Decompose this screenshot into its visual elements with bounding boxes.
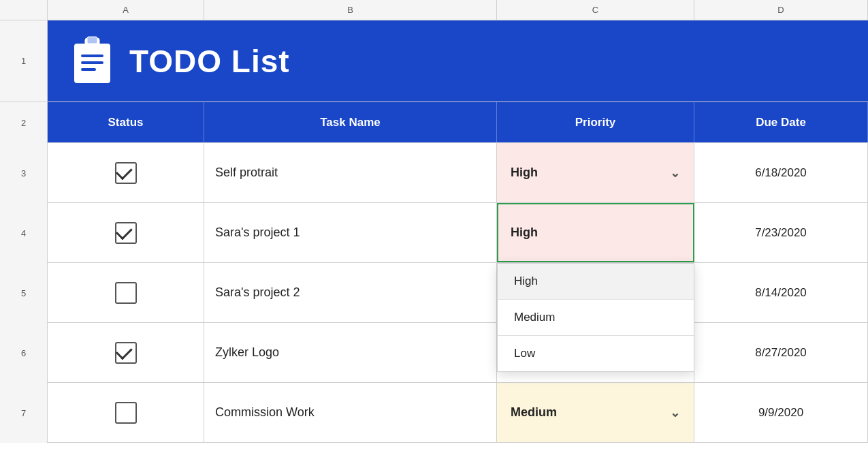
- table-row: 7 Commission Work Medium ⌄ 9/9/2020: [0, 383, 868, 443]
- priority-value-4: High: [511, 225, 538, 240]
- chevron-down-icon: ⌄: [670, 166, 680, 181]
- row-6-inner: Zylker Logo 8/27/2020: [48, 323, 868, 382]
- priority-value-3: High: [511, 166, 538, 180]
- row-num-5: 5: [0, 263, 48, 323]
- row-7-inner: Commission Work Medium ⌄ 9/9/2020: [48, 383, 868, 442]
- task-cell-6: Zylker Logo: [204, 323, 497, 382]
- dropdown-option-high[interactable]: High: [498, 264, 694, 300]
- banner-cell: TODO List: [48, 20, 868, 102]
- row-3-inner: Self protrait High ⌄ 6/18/2020: [48, 143, 868, 202]
- svg-rect-5: [81, 68, 96, 71]
- header-due-date: Due Date: [694, 102, 868, 142]
- dropdown-option-low[interactable]: Low: [498, 336, 694, 371]
- row-num-7: 7: [0, 383, 48, 443]
- row-num-6: 6: [0, 323, 48, 383]
- checkbox-3[interactable]: [115, 162, 137, 184]
- status-cell-7: [48, 383, 204, 442]
- duedate-cell-5: 8/14/2020: [694, 263, 868, 322]
- checkbox-4[interactable]: [115, 222, 137, 244]
- table-row: 4 Sara's project 1 High High Medium Low: [0, 203, 868, 263]
- header-status: Status: [48, 102, 204, 142]
- table-row: 6 Zylker Logo 8/27/2020: [0, 323, 868, 383]
- row-num-2: 2: [0, 102, 48, 143]
- clipboard-icon: [68, 34, 116, 89]
- row-num-3: 3: [0, 143, 48, 203]
- row-num-4: 4: [0, 203, 48, 263]
- col-header-d: D: [694, 0, 868, 20]
- priority-dropdown-3[interactable]: High ⌄: [497, 143, 694, 202]
- row-4-inner: Sara's project 1 High High Medium Low 7/…: [48, 203, 868, 262]
- priority-dropdown-popup: High Medium Low: [497, 263, 694, 372]
- task-cell-5: Sara's project 2: [204, 263, 497, 322]
- status-cell-6: [48, 323, 204, 382]
- col-header-c: C: [497, 0, 694, 20]
- header-row: 2 Status Task Name Priority Due Date: [0, 102, 868, 143]
- row-5-inner: Sara's project 2 8/14/2020: [48, 263, 868, 322]
- duedate-cell-3: 6/18/2020: [694, 143, 868, 202]
- priority-cell-3[interactable]: High ⌄: [497, 143, 694, 202]
- col-header-a: A: [48, 0, 204, 20]
- priority-dropdown-7[interactable]: Medium ⌄: [497, 383, 694, 442]
- priority-value-7: Medium: [511, 405, 557, 420]
- header-priority: Priority: [497, 102, 694, 142]
- corner-cell: [0, 0, 48, 20]
- banner-title: TODO List: [129, 43, 290, 80]
- task-cell-7: Commission Work: [204, 383, 497, 442]
- column-headers-row: A B C D: [0, 0, 868, 20]
- priority-dropdown-4[interactable]: High: [497, 203, 694, 262]
- checkbox-6[interactable]: [115, 342, 137, 364]
- table-row: 5 Sara's project 2 8/14/2020: [0, 263, 868, 323]
- checkbox-5[interactable]: [115, 282, 137, 304]
- svg-rect-3: [81, 54, 103, 57]
- svg-rect-2: [87, 37, 97, 44]
- task-cell-3: Self protrait: [204, 143, 497, 202]
- duedate-cell-6: 8/27/2020: [694, 323, 868, 382]
- dropdown-option-medium[interactable]: Medium: [498, 300, 694, 336]
- svg-rect-4: [81, 61, 103, 64]
- priority-cell-4[interactable]: High High Medium Low: [497, 203, 694, 262]
- header-task-name: Task Name: [204, 102, 497, 142]
- data-rows-container: 1: [0, 20, 868, 443]
- priority-cell-7[interactable]: Medium ⌄: [497, 383, 694, 442]
- status-cell-3: [48, 143, 204, 202]
- status-cell-4: [48, 203, 204, 262]
- row-num-1: 1: [0, 20, 48, 102]
- task-cell-4: Sara's project 1: [204, 203, 497, 262]
- status-cell-5: [48, 263, 204, 322]
- table-row: 3 Self protrait High ⌄ 6/18/2020: [0, 143, 868, 203]
- duedate-cell-4: 7/23/2020: [694, 203, 868, 262]
- col-header-b: B: [204, 0, 497, 20]
- banner-row: 1: [0, 20, 868, 102]
- chevron-down-icon-7: ⌄: [670, 405, 680, 420]
- duedate-cell-7: 9/9/2020: [694, 383, 868, 442]
- checkbox-7[interactable]: [115, 402, 137, 424]
- spreadsheet: A B C D 1: [0, 0, 868, 468]
